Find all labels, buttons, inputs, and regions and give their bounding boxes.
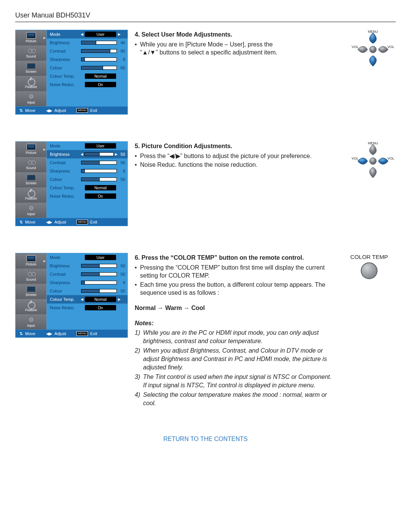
tab-picture[interactable]: Picture▶ [16,142,46,157]
row-colour-temp[interactable]: Colour Temp.Normal [47,184,127,192]
osd-tabs: Picture▶ Sound Screen Feature Input [16,142,47,218]
arrow-right-icon: ▶ [118,297,121,301]
tab-input[interactable]: Input [16,203,46,218]
row-colour[interactable]: Colour50 [47,175,127,184]
section-5: Picture▶ Sound Screen Feature Input Mode… [15,141,396,226]
osd-footer: ⇅Move ◀▶Adjust MENUExit [15,218,128,226]
contrast-slider [81,161,117,165]
adjust-icon: ◀▶ [46,108,52,113]
notes-list: 1)While you are in the PC or HDMI input … [135,329,336,407]
row-brightness[interactable]: Brightness40 [47,38,127,47]
osd-footer: ⇅Move ◀▶Adjust MENUExit [15,106,128,115]
sound-icon [26,270,36,277]
section-4: Picture▶ Sound Screen Feature Input Mode… [15,30,396,115]
row-noise-reduc[interactable]: Noise Reduc.On [47,192,127,200]
row-noise-reduc[interactable]: Noise Reduc.On [47,304,127,312]
tab-sound[interactable]: Sound [16,45,46,61]
colortemp-label: COLOR TEMP [342,254,396,260]
row-sharpness[interactable]: Sharpness8 [47,167,127,175]
colour-slider [81,289,117,293]
dpad-icon [352,144,393,178]
row-colour[interactable]: Colour50 [47,287,127,295]
sharpness-slider [81,58,117,61]
row-colour-temp[interactable]: Colour Temp.◀Normal▶ [47,295,127,304]
row-sharpness[interactable]: Sharpness8 [47,278,127,287]
row-brightness[interactable]: Brightness50 [47,262,127,270]
row-colour-temp[interactable]: Colour Temp.Normal [47,72,127,80]
input-icon [26,205,36,212]
menu-key-icon: MENU [76,331,88,336]
osd-body: ModeUser Brightness50 Contrast50 Sharpne… [47,253,127,329]
row-contrast[interactable]: Contrast50 [47,158,127,167]
osd-footer: ⇅Move ◀▶Adjust MENUExit [15,329,128,338]
chevron-right-icon: ▶ [43,147,46,151]
step4-title: 4. Select User Mode Adjustments. [135,30,343,39]
screen-icon [26,174,36,181]
row-brightness[interactable]: Brightness◀▶50 [47,150,127,158]
sharpness-slider [81,169,117,173]
brightness-slider [81,41,117,45]
colour-temp-sequence: Normal → Warm → Cool [135,304,336,312]
chevron-right-icon: ▶ [43,36,46,39]
tab-feature[interactable]: Feature [16,76,46,91]
osd-body: ModeUser Brightness◀▶50 Contrast50 Sharp… [47,142,127,218]
step4-text: 4. Select User Mode Adjustments. While y… [135,30,343,58]
brightness-slider [81,264,117,268]
sound-icon [26,47,36,54]
row-colour[interactable]: Colour60 [47,64,127,72]
mode-value: User [85,32,116,37]
row-mode[interactable]: ModeUser [47,142,127,150]
osd-tabs: Picture▶ Sound Screen Feature Input [16,30,47,106]
sharpness-slider [81,281,117,284]
tab-picture[interactable]: Picture▶ [16,30,46,45]
row-contrast[interactable]: Contrast50 [47,270,127,278]
arrow-right-icon: ▶ [115,152,118,156]
osd-body: Mode◀User▶ Brightness40 Contrast80 Sharp… [47,30,127,106]
svg-point-0 [370,46,376,53]
tab-screen[interactable]: Screen [16,284,46,299]
picture-icon [26,144,36,150]
input-icon [26,316,36,323]
dpad-icon [352,33,393,66]
tab-screen[interactable]: Screen [16,172,46,187]
adjust-icon: ◀▶ [46,220,52,225]
osd-menu-1: Picture▶ Sound Screen Feature Input Mode… [15,30,128,115]
step5-title: 5. Picture Condition Adjustments. [135,142,343,150]
step6-title: 6. Press the “COLOR TEMP” button on the … [135,254,336,262]
contrast-slider [81,272,117,276]
colortemp-button-icon [361,262,378,279]
sound-icon [26,159,36,166]
dpad-updown: MENU VOL VOL [350,30,396,66]
arrow-left-icon: ◀ [80,152,83,156]
tab-sound[interactable]: Sound [16,157,46,172]
colour-slider [81,66,117,70]
page-header: User Manual BDH5031V [15,11,396,22]
move-icon: ⇅ [19,331,23,336]
menu-key-icon: MENU [76,108,88,113]
row-sharpness[interactable]: Sharpness8 [47,55,127,64]
row-mode[interactable]: Mode◀User▶ [47,30,127,38]
tab-input[interactable]: Input [16,314,46,329]
arrow-left-icon: ◀ [80,32,83,36]
step5-text: 5. Picture Condition Adjustments. Press … [135,141,343,170]
tab-sound[interactable]: Sound [16,268,46,284]
feature-icon [26,301,36,308]
adjust-icon: ◀▶ [46,331,52,336]
row-mode[interactable]: ModeUser [47,253,127,262]
tab-input[interactable]: Input [16,91,46,106]
return-to-contents-link[interactable]: RETURN TO THE CONTENTS [15,436,396,443]
row-noise-reduc[interactable]: Noise Reduc.On [47,80,127,89]
screen-icon [26,286,36,292]
notes-heading: Notes: [135,319,336,328]
menu-key-icon: MENU [76,220,88,224]
tab-picture[interactable]: Picture▶ [16,253,46,268]
tab-screen[interactable]: Screen [16,61,46,76]
input-icon [26,93,36,100]
tab-feature[interactable]: Feature [16,187,46,203]
section-6: Picture▶ Sound Screen Feature Input Mode… [15,253,396,409]
tab-feature[interactable]: Feature [16,299,46,314]
osd-tabs: Picture▶ Sound Screen Feature Input [16,253,47,329]
svg-point-1 [370,158,376,165]
step6-text: 6. Press the “COLOR TEMP” button on the … [135,253,336,409]
row-contrast[interactable]: Contrast80 [47,47,127,55]
